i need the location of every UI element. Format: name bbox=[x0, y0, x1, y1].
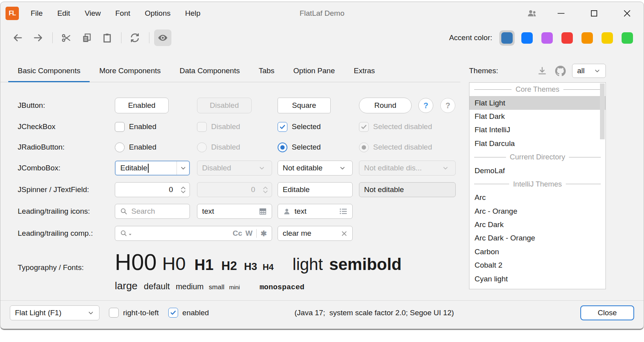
radio-enabled[interactable]: Enabled bbox=[115, 142, 156, 152]
table-icon[interactable] bbox=[259, 207, 267, 216]
checkbox-icon bbox=[109, 308, 119, 318]
tab-extras[interactable]: Extras bbox=[344, 59, 385, 82]
monospaced-sample: monospaced bbox=[259, 283, 304, 292]
right-to-left-checkbox[interactable]: right-to-left bbox=[109, 308, 159, 318]
accent-swatch-purple[interactable] bbox=[539, 30, 555, 46]
menu-help[interactable]: Help bbox=[185, 9, 201, 18]
accent-swatch-yellow[interactable] bbox=[600, 30, 615, 46]
maximize-button[interactable] bbox=[583, 5, 605, 22]
theme-item-arc[interactable]: Arc bbox=[469, 191, 605, 204]
theme-item-arc-orange[interactable]: Arc - Orange bbox=[469, 205, 605, 218]
accent-swatch-red[interactable] bbox=[559, 30, 575, 46]
radio-disabled: Disabled bbox=[197, 142, 240, 152]
chevron-down-icon bbox=[594, 67, 601, 74]
theme-item-carbon[interactable]: Carbon bbox=[469, 245, 605, 259]
theme-item-flat-darcula[interactable]: Flat Darcula bbox=[469, 137, 605, 150]
themes-list[interactable]: Core ThemesFlat LightFlat DarkFlat Intel… bbox=[469, 82, 606, 289]
checkbox-enabled[interactable]: Enabled bbox=[115, 122, 156, 132]
match-case-button[interactable]: Cc bbox=[233, 229, 242, 238]
search-history-field[interactable]: Cc W ✱ bbox=[115, 226, 272, 241]
checkbox-label: right-to-left bbox=[123, 309, 159, 317]
theme-item-cyan-light[interactable]: Cyan light bbox=[469, 272, 605, 285]
laf-selector-combobox[interactable]: Flat Light (F1) bbox=[10, 305, 99, 320]
theme-item-cobalt-2[interactable]: Cobalt 2 bbox=[469, 259, 605, 272]
user-icon bbox=[283, 207, 291, 216]
text-field-with-user-icon[interactable]: text bbox=[278, 204, 353, 219]
close-button[interactable]: Close bbox=[580, 305, 634, 320]
minimize-button[interactable] bbox=[550, 5, 572, 22]
radio-selected[interactable]: Selected bbox=[278, 142, 321, 152]
clear-icon[interactable] bbox=[341, 230, 348, 237]
copy-button[interactable] bbox=[78, 30, 95, 46]
search-field[interactable]: Search bbox=[115, 204, 190, 219]
menu-edit[interactable]: Edit bbox=[57, 9, 70, 18]
theme-item-flat-light[interactable]: Flat Light bbox=[469, 96, 605, 109]
tab-data-components[interactable]: Data Components bbox=[170, 59, 249, 82]
not-editable-combobox[interactable]: Not editable bbox=[278, 161, 353, 176]
theme-item-flat-intellij[interactable]: Flat IntelliJ bbox=[469, 123, 605, 137]
light-weight-sample: light bbox=[293, 256, 323, 273]
accent-swatch-default-blue[interactable] bbox=[499, 30, 515, 46]
menu-font[interactable]: Font bbox=[115, 9, 130, 18]
typography-headings: H00 H0 H1 H2 H3 H4 light semibold bbox=[115, 251, 402, 274]
combobox-value: Not editable bbox=[283, 164, 322, 172]
text-field-with-table-icon[interactable]: text bbox=[197, 204, 272, 219]
accent-swatch-green[interactable] bbox=[620, 30, 635, 46]
accent-swatch-blue[interactable] bbox=[519, 30, 535, 46]
show-hidden-toggle-button[interactable] bbox=[154, 30, 171, 46]
themes-scrollbar-thumb[interactable] bbox=[600, 83, 605, 139]
accent-swatch-color bbox=[622, 32, 633, 44]
status-text: (Java 17; system scale factor 2.0; Segoe… bbox=[294, 309, 454, 317]
leading-trailing-comp-row: Leading/trailing comp.: Cc W ✱ clear me bbox=[0, 226, 460, 241]
enabled-checkbox[interactable]: enabled bbox=[168, 308, 209, 318]
accent-swatch-color bbox=[541, 32, 553, 44]
spinner[interactable]: 0 bbox=[115, 182, 190, 197]
spinner-arrows-icon[interactable] bbox=[177, 186, 190, 194]
typography-sizes: large default medium small mini monospac… bbox=[115, 280, 304, 292]
list-icon[interactable] bbox=[339, 207, 348, 216]
github-icon[interactable] bbox=[555, 66, 566, 76]
back-button[interactable] bbox=[9, 30, 26, 46]
users-icon[interactable] bbox=[521, 5, 543, 22]
paste-button[interactable] bbox=[98, 30, 116, 46]
checkbox-selected[interactable]: Selected bbox=[278, 122, 321, 132]
menu-view[interactable]: View bbox=[85, 9, 101, 18]
menu-options[interactable]: Options bbox=[145, 9, 170, 18]
enabled-button[interactable]: Enabled bbox=[115, 98, 169, 113]
clearable-field[interactable]: clear me bbox=[278, 226, 353, 241]
not-editable-disabled-combobox: Not editable dis... bbox=[359, 161, 456, 176]
tab-tabs[interactable]: Tabs bbox=[249, 59, 284, 82]
theme-item-demolaf[interactable]: DemoLaf bbox=[469, 164, 605, 177]
chevron-down-icon[interactable] bbox=[177, 161, 189, 175]
leading-trailing-icons-label: Leading/trailing icons: bbox=[18, 207, 90, 216]
close-window-button[interactable] bbox=[616, 5, 638, 22]
download-icon[interactable] bbox=[537, 66, 547, 76]
refresh-button[interactable] bbox=[126, 30, 144, 46]
forward-button[interactable] bbox=[29, 30, 47, 46]
regex-button[interactable]: ✱ bbox=[261, 229, 267, 238]
theme-item-flat-dark[interactable]: Flat Dark bbox=[469, 110, 605, 123]
help-button[interactable]: ? bbox=[418, 98, 433, 113]
theme-item-arc-dark[interactable]: Arc Dark bbox=[469, 218, 605, 231]
tab-basic-components[interactable]: Basic Components bbox=[8, 59, 90, 82]
accent-swatch-color bbox=[602, 32, 613, 44]
accent-swatch-orange[interactable] bbox=[580, 30, 595, 46]
editable-textfield[interactable]: Editable bbox=[278, 182, 353, 197]
themes-filter-combobox[interactable]: all bbox=[572, 64, 606, 78]
cut-button[interactable] bbox=[57, 30, 75, 46]
jcombobox-row: JComboBox: Editable Disabled Not editabl… bbox=[0, 161, 460, 176]
theme-group-separator-current-directory: Current Directory bbox=[469, 150, 605, 164]
whole-word-button[interactable]: W bbox=[245, 229, 252, 238]
editable-combobox[interactable]: Editable bbox=[115, 161, 190, 176]
accent-swatch-color bbox=[501, 32, 513, 44]
menu-file[interactable]: File bbox=[31, 9, 43, 18]
search-with-history-icon[interactable] bbox=[120, 229, 132, 237]
theme-item-dark-flat[interactable]: Dark Flat bbox=[469, 286, 605, 289]
checkbox-icon bbox=[197, 122, 207, 132]
round-button[interactable]: Round bbox=[359, 98, 412, 113]
accent-color-label: Accent color: bbox=[449, 33, 492, 42]
theme-item-arc-dark-orange[interactable]: Arc Dark - Orange bbox=[469, 231, 605, 245]
tab-more-components[interactable]: More Components bbox=[90, 59, 170, 82]
square-button[interactable]: Square bbox=[278, 98, 331, 113]
tab-option-pane[interactable]: Option Pane bbox=[284, 59, 344, 82]
